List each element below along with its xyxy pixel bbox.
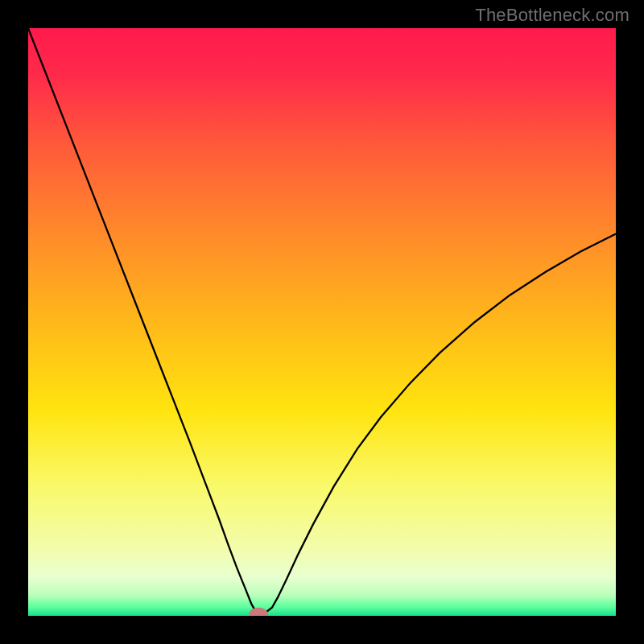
chart-frame: TheBottleneck.com — [0, 0, 644, 644]
watermark-text: TheBottleneck.com — [475, 5, 630, 26]
chart-plot — [28, 28, 616, 616]
chart-background — [28, 28, 616, 616]
